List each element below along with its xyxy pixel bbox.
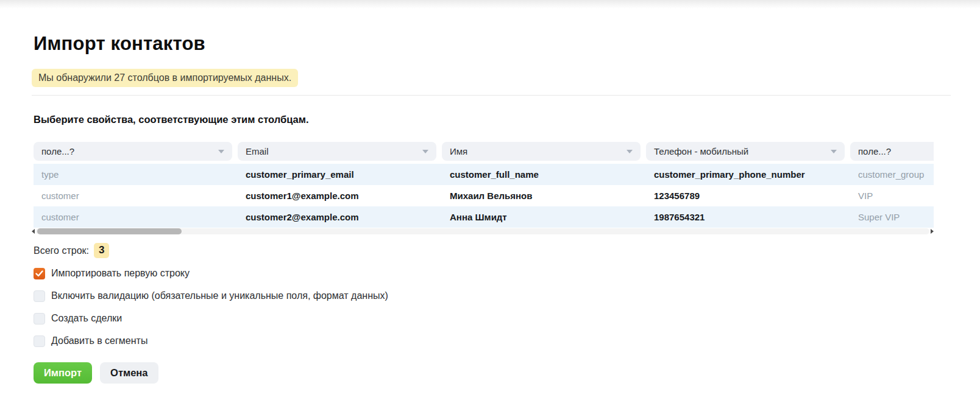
columns-detected-banner: Мы обнаружили 27 столбцов в импортируемы… — [32, 69, 298, 87]
column-select-1[interactable]: поле...? — [34, 142, 232, 161]
scrollbar-thumb[interactable] — [37, 228, 182, 234]
table-cell: customer_group — [850, 164, 934, 185]
checkbox-icon[interactable] — [34, 313, 45, 325]
checkbox-import-first-row[interactable]: Импортировать первую строку — [34, 266, 980, 281]
import-options: Импортировать первую строку Включить вал… — [34, 266, 980, 348]
column-select-2[interactable]: Email — [238, 142, 436, 161]
table-cell: customer_primary_email — [238, 164, 442, 185]
table-cell: customer — [34, 185, 238, 206]
checkbox-icon[interactable] — [34, 268, 45, 279]
cancel-button[interactable]: Отмена — [100, 362, 158, 384]
scroll-right-arrow-icon[interactable] — [931, 229, 934, 234]
table-cell: customer_primary_phone_number — [646, 164, 850, 185]
action-buttons: Импорт Отмена — [34, 362, 980, 384]
divider — [32, 95, 951, 96]
checkbox-add-to-segments[interactable]: Добавить в сегменты — [34, 334, 980, 348]
import-button[interactable]: Импорт — [34, 362, 92, 384]
table-row: type customer_primary_email customer_ful… — [34, 164, 934, 185]
column-select-5-value: поле...? — [858, 146, 891, 156]
column-select-3-value: Имя — [450, 146, 467, 156]
table-cell: customer_full_name — [442, 164, 646, 185]
preview-table: type customer_primary_email customer_ful… — [34, 164, 934, 228]
table-row: customer customer2@example.com Анна Шмид… — [34, 206, 934, 228]
total-rows: Всего строк: 3 — [34, 243, 980, 258]
column-select-4-value: Телефон - мобильный — [654, 146, 748, 156]
table-cell: Анна Шмидт — [442, 206, 646, 228]
table-cell: Михаил Вельянов — [442, 185, 646, 206]
checkbox-label: Создать сделки — [51, 313, 122, 324]
table-cell: 1987654321 — [646, 206, 850, 228]
table-cell: 123456789 — [646, 185, 850, 206]
column-mapping-row: поле...? Email Имя Телефон - мобильный п… — [34, 142, 934, 161]
checkbox-label: Включить валидацию (обязательные и уника… — [51, 290, 388, 301]
table-cell: customer1@example.com — [238, 185, 442, 206]
chevron-down-icon — [627, 150, 633, 153]
table-cell: Super VIP — [850, 206, 934, 228]
horizontal-scrollbar[interactable] — [32, 228, 934, 235]
scroll-left-arrow-icon[interactable] — [32, 229, 35, 234]
checkbox-icon[interactable] — [34, 335, 45, 347]
import-contacts-page: Импорт контактов Мы обнаружили 27 столбц… — [0, 0, 980, 384]
page-title: Импорт контактов — [34, 32, 980, 56]
checkbox-icon[interactable] — [34, 290, 45, 302]
table-cell: customer — [34, 206, 238, 228]
table-cell: VIP — [850, 185, 934, 206]
section-title: Выберите свойства, соответствующие этим … — [34, 114, 980, 125]
chevron-down-icon — [218, 150, 224, 153]
column-select-4[interactable]: Телефон - мобильный — [646, 142, 845, 161]
total-rows-badge: 3 — [94, 243, 109, 258]
scrollbar-track[interactable] — [36, 228, 929, 234]
checkbox-label: Добавить в сегменты — [51, 335, 147, 346]
total-rows-label: Всего строк: — [34, 245, 89, 256]
column-select-2-value: Email — [246, 146, 269, 156]
checkbox-label: Импортировать первую строку — [51, 268, 190, 279]
column-select-1-value: поле...? — [41, 146, 74, 156]
checkbox-enable-validation[interactable]: Включить валидацию (обязательные и уника… — [34, 289, 980, 303]
table-cell: customer2@example.com — [238, 206, 442, 228]
column-select-5[interactable]: поле...? — [850, 142, 934, 161]
table-row: customer customer1@example.com Михаил Ве… — [34, 185, 934, 206]
chevron-down-icon — [831, 150, 837, 153]
column-select-3[interactable]: Имя — [442, 142, 641, 161]
chevron-down-icon — [422, 150, 428, 153]
table-cell: type — [34, 164, 238, 185]
checkbox-create-deals[interactable]: Создать сделки — [34, 311, 980, 326]
